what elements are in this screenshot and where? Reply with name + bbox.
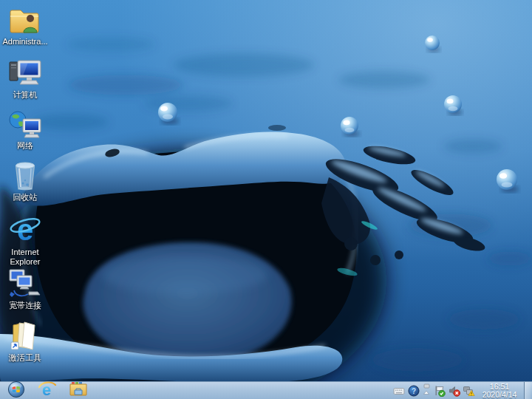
computer-icon bbox=[8, 58, 42, 89]
windows-start-orb-icon bbox=[7, 381, 25, 399]
desktop-icon-label: 回收站 bbox=[12, 193, 39, 202]
action-center-flag-icon[interactable] bbox=[433, 382, 446, 399]
taskbar: e bbox=[0, 381, 532, 399]
windows-explorer-folder-icon bbox=[69, 381, 88, 399]
network-globe-icon bbox=[8, 109, 42, 140]
help-question-icon[interactable]: ? bbox=[407, 382, 420, 399]
desktop-icon-label: 网络 bbox=[16, 141, 35, 151]
input-method-keyboard-icon[interactable] bbox=[392, 382, 405, 399]
desktop-icon-label: 宽带连接 bbox=[7, 301, 43, 310]
internet-explorer-icon: e bbox=[38, 381, 57, 399]
desktop-icon-label: 计算机 bbox=[12, 90, 39, 100]
taskbar-windows-explorer-button[interactable] bbox=[67, 382, 89, 399]
recycle-bin-icon bbox=[8, 160, 42, 191]
open-folder-shortcut-icon bbox=[8, 321, 42, 352]
wallpaper-water-splash bbox=[0, 0, 532, 399]
network-limited-icon[interactable] bbox=[463, 382, 475, 399]
desktop-icon-computer[interactable]: 计算机 bbox=[1, 58, 50, 100]
volume-muted-icon[interactable] bbox=[448, 382, 460, 399]
taskbar-internet-explorer-button[interactable]: e bbox=[36, 382, 58, 399]
desktop-icon-label: Internet Explorer bbox=[1, 248, 50, 267]
user-folder-icon bbox=[8, 4, 42, 35]
start-button[interactable] bbox=[5, 382, 27, 399]
broadband-connection-icon bbox=[8, 268, 42, 299]
desktop-icon-label: Administra... bbox=[1, 37, 49, 47]
desktop-icon-administrator[interactable]: Administra... bbox=[1, 4, 50, 47]
show-hidden-icons-arrow[interactable] bbox=[422, 382, 431, 399]
taskbar-clock[interactable]: 16:51 2020/4/14 bbox=[479, 382, 520, 399]
clock-time: 16:51 bbox=[479, 383, 520, 391]
svg-text:?: ? bbox=[411, 386, 415, 395]
desktop-icon-activation-tool[interactable]: 激活工具 bbox=[1, 321, 50, 363]
desktop-icon-internet-explorer[interactable]: e Internet Explorer bbox=[1, 215, 50, 267]
desktop-icon-network[interactable]: 网络 bbox=[1, 109, 50, 151]
show-desktop-button[interactable] bbox=[524, 382, 531, 399]
windows7-desktop: Administra... 计算机 bbox=[0, 0, 532, 399]
internet-explorer-icon: e bbox=[9, 215, 41, 246]
desktop-icon-recycle-bin[interactable]: 回收站 bbox=[1, 160, 50, 202]
desktop-icon-label: 激活工具 bbox=[7, 353, 43, 363]
desktop-icon-broadband-connection[interactable]: 宽带连接 bbox=[1, 268, 50, 310]
system-tray: ? bbox=[392, 382, 532, 399]
clock-date: 2020/4/14 bbox=[479, 391, 520, 399]
